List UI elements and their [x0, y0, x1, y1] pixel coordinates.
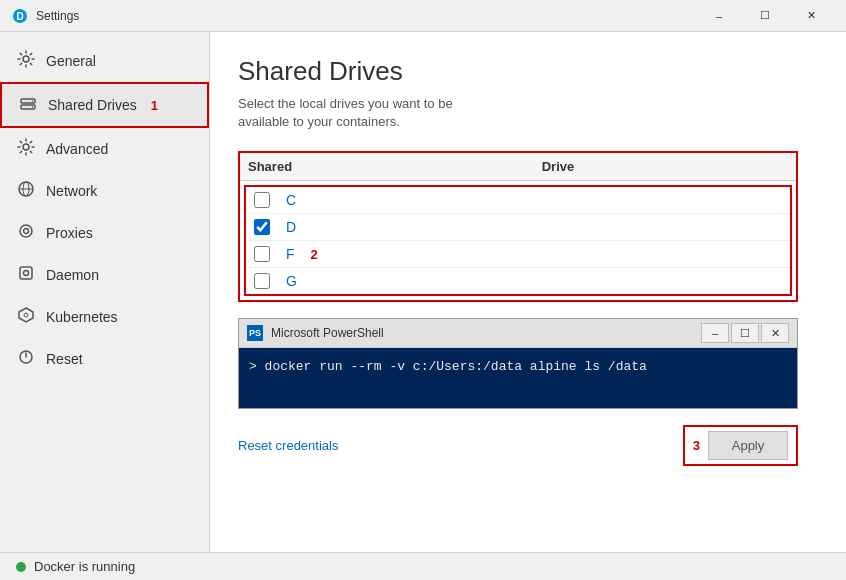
- sidebar-item-label-proxies: Proxies: [46, 225, 93, 241]
- sidebar-item-label-general: General: [46, 53, 96, 69]
- shared-drives-icon: [18, 94, 38, 116]
- status-text: Docker is running: [34, 559, 135, 574]
- ps-controls: – ☐ ✕: [701, 323, 789, 343]
- app-icon: D: [12, 8, 28, 24]
- drives-table-body: C D F 2 G: [244, 185, 792, 296]
- drive-f-checkbox[interactable]: [254, 246, 270, 262]
- ps-minimize-button[interactable]: –: [701, 323, 729, 343]
- svg-point-6: [32, 106, 34, 108]
- drive-c-letter: C: [286, 192, 296, 208]
- window-title: Settings: [36, 9, 696, 23]
- annotation-3: 3: [693, 438, 700, 453]
- reset-credentials-link[interactable]: Reset credentials: [238, 438, 338, 453]
- general-icon: [16, 50, 36, 72]
- table-row: D: [246, 214, 790, 241]
- daemon-icon: [16, 264, 36, 286]
- window-controls: – ☐ ✕: [696, 0, 834, 32]
- maximize-button[interactable]: ☐: [742, 0, 788, 32]
- table-row: C: [246, 187, 790, 214]
- sidebar: General Shared Drives 1: [0, 32, 210, 552]
- sidebar-item-reset[interactable]: Reset: [0, 338, 209, 380]
- powershell-body: > docker run --rm -v c:/Users:/data alpi…: [239, 348, 797, 408]
- svg-point-11: [20, 225, 32, 237]
- sidebar-item-label-kubernetes: Kubernetes: [46, 309, 118, 325]
- sidebar-item-label-network: Network: [46, 183, 97, 199]
- apply-section: 3 Apply: [683, 425, 798, 466]
- page-description: Select the local drives you want to be a…: [238, 95, 818, 131]
- sidebar-badge: 1: [151, 98, 158, 113]
- sidebar-item-daemon[interactable]: Daemon: [0, 254, 209, 296]
- sidebar-item-label-daemon: Daemon: [46, 267, 99, 283]
- annotation-2: 2: [311, 247, 318, 262]
- reset-icon: [16, 348, 36, 370]
- sidebar-item-general[interactable]: General: [0, 40, 209, 82]
- drive-c-checkbox[interactable]: [254, 192, 270, 208]
- sidebar-item-proxies[interactable]: Proxies: [0, 212, 209, 254]
- sidebar-item-network[interactable]: Network: [0, 170, 209, 212]
- kubernetes-icon: [16, 306, 36, 328]
- svg-point-14: [24, 271, 29, 276]
- powershell-section: PS Microsoft PowerShell – ☐ ✕ > docker r…: [238, 318, 798, 409]
- main-content: Shared Drives Select the local drives yo…: [210, 32, 846, 552]
- minimize-button[interactable]: –: [696, 0, 742, 32]
- drive-g-checkbox[interactable]: [254, 273, 270, 289]
- svg-text:D: D: [16, 11, 23, 22]
- svg-marker-15: [19, 308, 33, 322]
- svg-point-12: [24, 229, 29, 234]
- svg-point-5: [32, 100, 34, 102]
- svg-point-7: [23, 144, 29, 150]
- sidebar-item-advanced[interactable]: Advanced: [0, 128, 209, 170]
- powershell-icon: PS: [247, 325, 263, 341]
- sidebar-item-label-reset: Reset: [46, 351, 83, 367]
- col-drive-header: Drive: [328, 159, 788, 174]
- drives-table-header: Shared Drive: [240, 153, 796, 181]
- sidebar-item-kubernetes[interactable]: Kubernetes: [0, 296, 209, 338]
- drives-table: Shared Drive C D F 2: [238, 151, 798, 302]
- sidebar-item-shared-drives[interactable]: Shared Drives 1: [0, 82, 209, 128]
- proxies-icon: [16, 222, 36, 244]
- sidebar-item-label-advanced: Advanced: [46, 141, 108, 157]
- col-shared-header: Shared: [248, 159, 328, 174]
- network-icon: [16, 180, 36, 202]
- powershell-titlebar: PS Microsoft PowerShell – ☐ ✕: [239, 319, 797, 348]
- svg-point-16: [24, 313, 28, 317]
- drive-g-letter: G: [286, 273, 297, 289]
- status-bar: Docker is running: [0, 552, 846, 580]
- ps-maximize-button[interactable]: ☐: [731, 323, 759, 343]
- close-button[interactable]: ✕: [788, 0, 834, 32]
- table-row: F 2: [246, 241, 790, 268]
- apply-button[interactable]: Apply: [708, 431, 788, 460]
- titlebar: D Settings – ☐ ✕: [0, 0, 846, 32]
- bottom-row: Reset credentials 3 Apply: [238, 425, 798, 466]
- svg-point-2: [23, 56, 29, 62]
- table-row: G: [246, 268, 790, 294]
- drive-f-letter: F: [286, 246, 295, 262]
- status-indicator: [16, 562, 26, 572]
- powershell-title: Microsoft PowerShell: [271, 326, 693, 340]
- ps-close-button[interactable]: ✕: [761, 323, 789, 343]
- advanced-icon: [16, 138, 36, 160]
- drive-d-checkbox[interactable]: [254, 219, 270, 235]
- sidebar-item-label-shared-drives: Shared Drives: [48, 97, 137, 113]
- ps-command: > docker run --rm -v c:/Users:/data alpi…: [249, 359, 647, 374]
- drive-d-letter: D: [286, 219, 296, 235]
- svg-rect-13: [20, 267, 32, 279]
- page-title: Shared Drives: [238, 56, 818, 87]
